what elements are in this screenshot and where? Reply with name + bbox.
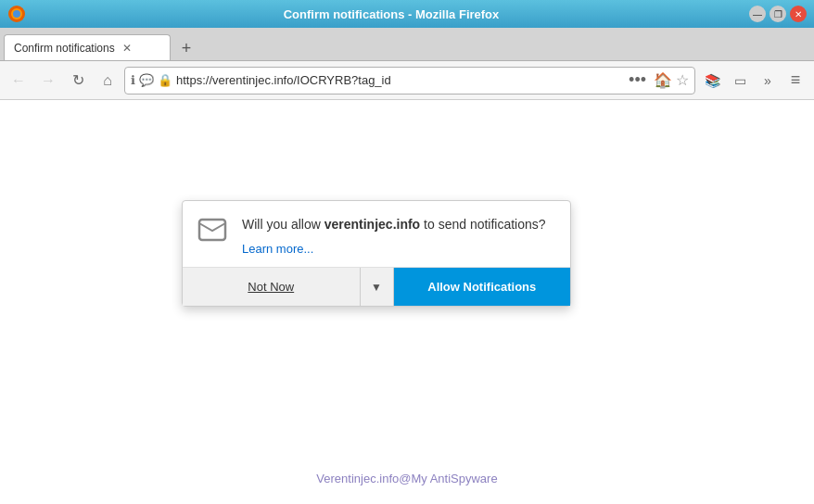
minimize-button[interactable]: —	[749, 6, 766, 22]
content-area: Will you allow verentinjec.info to send …	[0, 100, 814, 504]
footer-link[interactable]: Verentinjec.info@My AntiSpyware	[316, 472, 497, 485]
tab-bar: Confirm notifications ✕ +	[0, 28, 814, 61]
window-title: Confirm notifications - Mozilla Firefox	[33, 7, 749, 21]
refresh-button[interactable]: ↻	[65, 68, 91, 94]
window-controls: — ❐ ✕	[749, 6, 807, 22]
menu-button[interactable]: ≡	[782, 68, 808, 94]
title-bar-left	[7, 5, 33, 23]
new-tab-button[interactable]: +	[174, 36, 198, 60]
sidebar-button[interactable]: ▭	[727, 68, 753, 94]
dropdown-arrow-icon: ▼	[371, 281, 382, 294]
bookmark-icon[interactable]: ☆	[676, 71, 689, 89]
browser-tab[interactable]: Confirm notifications ✕	[4, 34, 171, 60]
notification-popup: Will you allow verentinjec.info to send …	[182, 200, 571, 307]
popup-content: Will you allow verentinjec.info to send …	[183, 201, 570, 267]
back-button[interactable]: ←	[6, 68, 32, 94]
popup-suffix: to send notifications?	[420, 217, 545, 232]
popup-question: Will you allow verentinjec.info to send …	[242, 216, 546, 234]
close-button[interactable]: ✕	[790, 6, 807, 22]
notification-bell-icon	[197, 216, 231, 256]
popup-will-you: Will you allow	[242, 217, 324, 232]
popup-site-name: verentinjec.info	[324, 217, 420, 232]
nav-bar: ← → ↻ ⌂ ℹ 💬 🔒 https://verentinjec.info/I…	[0, 61, 814, 100]
allow-label: Allow Notifications	[427, 280, 536, 294]
not-now-button[interactable]: Not Now	[183, 268, 361, 306]
popup-message: Will you allow verentinjec.info to send …	[242, 216, 546, 256]
forward-button[interactable]: →	[35, 68, 61, 94]
chat-icon: 💬	[139, 73, 154, 87]
address-more-button[interactable]: •••	[625, 70, 650, 90]
not-now-label: Not Now	[248, 280, 294, 294]
pocket-icon[interactable]: 🏠	[654, 71, 672, 89]
library-button[interactable]: 📚	[699, 68, 725, 94]
tab-close-button[interactable]: ✕	[121, 42, 134, 55]
home-button[interactable]: ⌂	[95, 68, 121, 94]
info-icon: ℹ	[131, 73, 135, 87]
maximize-button[interactable]: ❐	[769, 6, 786, 22]
allow-notifications-button[interactable]: Allow Notifications	[394, 268, 571, 306]
tab-label: Confirm notifications	[14, 42, 115, 55]
learn-more-link[interactable]: Learn more...	[242, 242, 546, 256]
title-bar: Confirm notifications - Mozilla Firefox …	[0, 0, 814, 28]
address-bar[interactable]: ℹ 💬 🔒 https://verentinjec.info/IOCRYRB?t…	[124, 67, 695, 94]
not-now-dropdown-button[interactable]: ▼	[361, 268, 394, 306]
svg-point-2	[13, 10, 20, 18]
lock-icon: 🔒	[158, 73, 172, 87]
popup-actions: Not Now ▼ Allow Notifications	[183, 267, 570, 306]
url-display[interactable]: https://verentinjec.info/IOCRYRB?tag_id	[176, 73, 621, 87]
more-tools-button[interactable]: »	[755, 68, 781, 94]
firefox-logo-icon	[7, 5, 26, 23]
toolbar-right: 📚 ▭ » ≡	[699, 68, 808, 94]
